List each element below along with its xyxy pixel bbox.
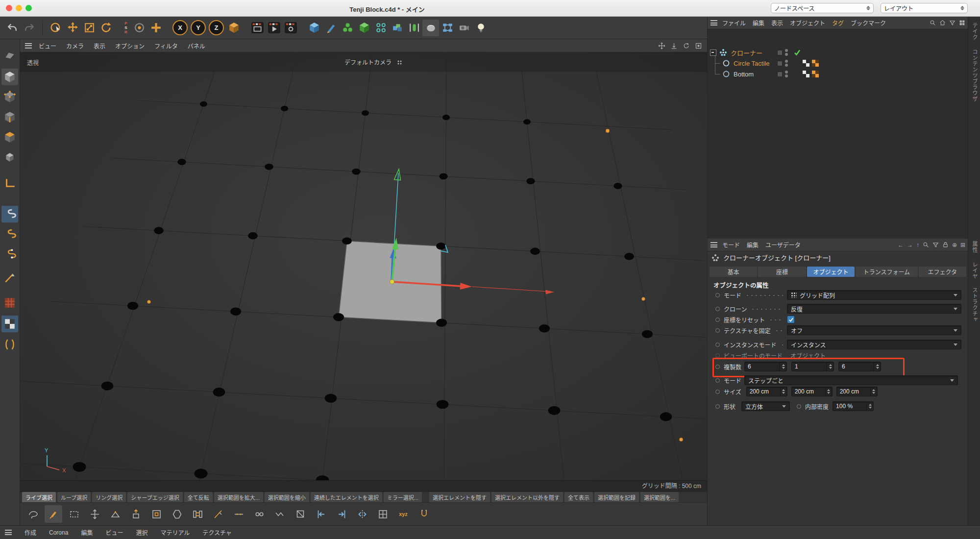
close-hole-icon[interactable]: [292, 505, 309, 523]
stepper-icon[interactable]: [874, 362, 881, 371]
clone-dot[interactable]: [624, 253, 634, 260]
clone-dot[interactable]: [439, 173, 447, 179]
keyframe-dot[interactable]: [715, 390, 720, 394]
lock-y-axis-button[interactable]: Y: [191, 20, 206, 35]
pen-spline-icon[interactable]: [322, 20, 339, 36]
psr-icon[interactable]: P S R: [121, 20, 131, 36]
knife-icon[interactable]: [209, 505, 227, 523]
modeling-axis-icon[interactable]: [147, 20, 164, 36]
collapse-icon[interactable]: [710, 49, 716, 56]
keyframe-dot[interactable]: [715, 404, 720, 409]
material-tag-icon[interactable]: [812, 71, 819, 77]
count-x-field[interactable]: 6: [744, 362, 787, 371]
fix-texture-dropdown[interactable]: オフ: [787, 325, 961, 335]
lock-z-axis-button[interactable]: Z: [209, 20, 224, 35]
live-selection-icon[interactable]: [48, 20, 64, 36]
panel-menu-icon[interactable]: [25, 42, 32, 49]
enable-axis-icon[interactable]: [131, 20, 147, 36]
stepper-icon[interactable]: [870, 387, 877, 396]
visibility-dots[interactable]: [785, 49, 788, 56]
instance-mode-dropdown[interactable]: インスタンス: [787, 340, 961, 349]
tab-sharp-edge-selection[interactable]: シャープエッジ選択: [127, 492, 182, 503]
mm-menu-texture[interactable]: テクスチャ: [202, 528, 232, 537]
clone-dot[interactable]: [642, 330, 653, 338]
clone-dot[interactable]: [73, 462, 86, 472]
tab-selection-more[interactable]: 選択範囲を...: [640, 492, 679, 503]
form-dropdown[interactable]: 立方体: [741, 401, 790, 411]
clone-dot[interactable]: [342, 237, 352, 245]
panel-menu-icon[interactable]: [5, 529, 12, 537]
clone-dot[interactable]: [281, 106, 288, 111]
viewport-menu-camera[interactable]: カメラ: [66, 42, 84, 50]
mm-menu-edit[interactable]: 編集: [81, 528, 93, 537]
stepper-icon[interactable]: [780, 362, 786, 371]
clone-dot[interactable]: [362, 110, 369, 116]
checkerboard-icon[interactable]: [1, 316, 18, 332]
om-menu-bookmarks[interactable]: ブックマーク: [851, 19, 886, 27]
symmetry-icon[interactable]: [1, 336, 18, 353]
clone-dot[interactable]: [436, 243, 446, 250]
clone-dot[interactable]: [177, 159, 186, 165]
workplane-icon[interactable]: [1, 47, 18, 64]
tab-select-connected[interactable]: 連続したエレメントを選択: [311, 492, 382, 503]
stepper-icon[interactable]: [866, 402, 873, 411]
clone-dot[interactable]: [195, 469, 208, 479]
rect-select-icon[interactable]: [65, 505, 83, 523]
weight-paint-icon[interactable]: [1, 294, 18, 311]
keyframe-dot[interactable]: [715, 318, 720, 322]
dock-tab-layers[interactable]: レイヤ: [971, 262, 979, 279]
scene-nodes-icon[interactable]: [439, 20, 456, 36]
visibility-dots[interactable]: [785, 60, 788, 67]
enabled-check-icon[interactable]: [794, 49, 801, 56]
frame-scene-icon[interactable]: [670, 42, 678, 49]
deformer-icon[interactable]: [356, 20, 372, 36]
knife-icon[interactable]: [1, 270, 18, 286]
clone-dot[interactable]: [526, 178, 535, 184]
spline-s-icon[interactable]: [1, 226, 18, 243]
clone-dot[interactable]: [523, 119, 531, 124]
viewport-menu-panel[interactable]: パネル: [188, 42, 205, 50]
line-cut-icon[interactable]: [230, 505, 247, 523]
pan-view-icon[interactable]: [658, 42, 665, 49]
mm-menu-select[interactable]: 選択: [136, 528, 147, 537]
viewport-menu-view[interactable]: ビュー: [39, 42, 56, 50]
stepper-icon[interactable]: [780, 387, 787, 396]
mm-menu-material[interactable]: マテリアル: [160, 528, 190, 537]
object-name[interactable]: クローナー: [731, 48, 762, 57]
layer-box[interactable]: [777, 50, 783, 55]
dock-icon[interactable]: ⊞: [960, 242, 965, 248]
clone-dot[interactable]: [660, 412, 672, 421]
polygon-mode-cube-icon[interactable]: [1, 129, 18, 146]
keyframe-dot[interactable]: [715, 343, 720, 347]
stitch-and-sew-icon[interactable]: [271, 505, 289, 523]
viewport-menu-display[interactable]: 表示: [94, 42, 105, 50]
weld-icon[interactable]: [250, 505, 268, 523]
new-panel-icon[interactable]: ⊕: [952, 242, 957, 248]
count-z-field[interactable]: 6: [838, 362, 881, 371]
spline-smooth-icon[interactable]: [1, 206, 18, 222]
object-name[interactable]: Bottom: [734, 71, 754, 78]
material-tag-icon[interactable]: [812, 60, 819, 67]
history-back-icon[interactable]: ←: [898, 242, 904, 248]
clone-dot[interactable]: [248, 232, 258, 240]
tab-unhide-all[interactable]: 全て表示: [564, 492, 593, 503]
dock-tab-structure[interactable]: ストラクチャ: [971, 287, 979, 322]
clone-dot[interactable]: [437, 400, 449, 409]
keyframe-dot[interactable]: [715, 378, 720, 383]
move-tool-icon[interactable]: [64, 20, 81, 36]
move-component-icon[interactable]: [86, 505, 103, 523]
tab-hide-selected[interactable]: 選択エレメントを隠す: [429, 492, 490, 503]
camera-setup-icon[interactable]: [456, 20, 472, 36]
search-icon[interactable]: [930, 20, 936, 26]
keyframe-dot[interactable]: [715, 328, 720, 333]
home-icon[interactable]: [939, 20, 946, 26]
rotate-tool-icon[interactable]: [98, 20, 114, 36]
clone-dot[interactable]: [613, 183, 622, 189]
filter-icon[interactable]: [949, 20, 956, 26]
mode-dropdown[interactable]: グリッド配列: [787, 290, 961, 300]
slide-left-icon[interactable]: [312, 505, 330, 523]
array-icon[interactable]: [372, 20, 389, 36]
layer-box[interactable]: [777, 61, 783, 66]
reset-coords-checkbox[interactable]: [787, 316, 795, 323]
tab-shrink-selection[interactable]: 選択範囲を縮小: [265, 492, 309, 503]
